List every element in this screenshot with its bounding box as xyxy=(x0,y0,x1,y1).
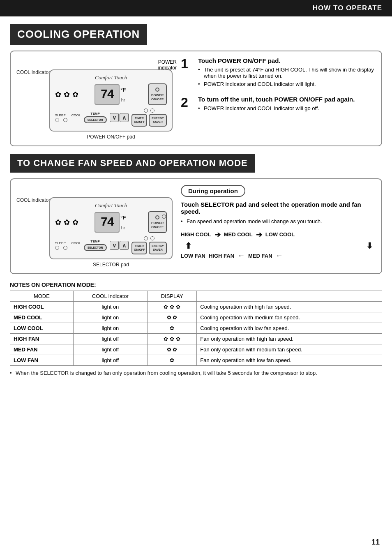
temp-label-area: TEMP SELECTOR xyxy=(84,112,107,123)
power-on-off-label-1: POWER ON/OFF pad xyxy=(49,134,173,140)
low-cool-label: LOW COOL xyxy=(265,231,295,238)
ci-high-cool: light on xyxy=(73,301,147,312)
right-dots-1 xyxy=(144,108,154,113)
cool-dot-2 xyxy=(63,246,67,250)
mode-med-cool: MED COOL xyxy=(10,312,74,323)
display-box-wrapper-2: 74 °F hr xyxy=(95,212,119,233)
timer-energy-area-2: TIMERON/OFF ENERGYSAVER xyxy=(131,236,167,254)
fan-icon-2c: ✿ xyxy=(72,218,78,227)
fi-mf-2: ✿ xyxy=(173,346,177,353)
hr-label-1: hr xyxy=(121,97,125,102)
step-num-1: 1 xyxy=(181,57,192,70)
med-fan-label: MED FAN xyxy=(248,253,272,259)
ac-bottom-row-2: SLEEP COOL TEMP SELECTOR xyxy=(55,236,167,254)
display-temp-1: 74 xyxy=(100,88,113,102)
fan-instructions-col: During operation Touch SELECTOR pad and … xyxy=(181,185,376,262)
sleep-label-2: SLEEP xyxy=(55,241,66,245)
temp-arrows-1: ∨ ∧ xyxy=(110,113,129,122)
disp-med-fan: ✿ ✿ xyxy=(147,344,196,355)
table-row: LOW COOL light on ✿ Cooling operation wi… xyxy=(10,323,382,333)
top-dot-2 xyxy=(162,215,166,219)
temp-label-2: TEMP xyxy=(84,240,107,243)
energy-btn-2[interactable]: ENERGYSAVER xyxy=(149,242,167,254)
step-2: 2 To turn off the unit, touch POWER ON/O… xyxy=(181,96,376,113)
ci-low-cool: light on xyxy=(73,323,147,333)
ac-brand-1: Comfort Touch xyxy=(55,74,167,81)
ac-power-dot-1 xyxy=(155,88,159,92)
fan-section-title: TO CHANGE FAN SPEED AND OPERATION MODE xyxy=(10,154,255,173)
notes-table-head: MODE COOL indicator DISPLAY xyxy=(10,291,382,301)
fan-diagram-col: COOL indicator Comfort Touch ✿ ✿ ✿ xyxy=(16,185,173,268)
sleep-cool-area: SLEEP COOL xyxy=(55,113,81,122)
ac-display-box-2: 74 °F hr xyxy=(95,212,119,233)
fan-icon-1c: ✿ xyxy=(72,90,78,99)
col-cool-indicator: COOL indicator xyxy=(73,291,147,301)
flow-row-2: ← MED FAN ← HIGH FAN LOW FAN xyxy=(181,252,376,260)
mode-high-cool: HIGH COOL xyxy=(10,301,74,312)
fan-icon-2b: ✿ xyxy=(64,218,70,227)
timer-energy-btns-2: TIMERON/OFF ENERGYSAVER xyxy=(131,242,167,254)
flow-arrow-up: ⬆ xyxy=(185,241,192,251)
temp-up-btn-1[interactable]: ∧ xyxy=(120,113,129,122)
disp-high-cool: ✿ ✿ ✿ xyxy=(147,301,196,312)
cooling-section: COOLING OPERATION COOL indicator POWER i… xyxy=(10,24,382,146)
page-number: 11 xyxy=(371,538,380,547)
fi-lc-1: ✿ xyxy=(170,325,174,331)
temp-down-btn-2[interactable]: ∨ xyxy=(110,241,119,250)
fan-icon-1b: ✿ xyxy=(64,90,70,99)
fan-section-box: COOL indicator Comfort Touch ✿ ✿ ✿ xyxy=(10,178,382,274)
rc-dot-1 xyxy=(144,108,148,113)
rc-dot-3 xyxy=(144,236,148,240)
selector-btn-2[interactable]: SELECTOR xyxy=(84,244,107,251)
ac-power-dot-2 xyxy=(155,215,159,219)
power-btn-label-1: POWERON/OFF xyxy=(151,93,164,101)
step-content-2: To turn off the unit, touch POWER ON/OFF… xyxy=(198,96,355,113)
footer-note: When the SELECTOR is changed to fan only… xyxy=(10,370,382,376)
selector-pad-label: SELECTOR pad xyxy=(49,262,173,268)
sleep-dot-2 xyxy=(55,246,59,250)
ci-high-fan: light off xyxy=(73,333,147,344)
temp-arrows-2: ∨ ∧ xyxy=(110,241,129,250)
display-box-wrapper-1: 74 °F hr xyxy=(95,84,119,105)
fan-icon-2a: ✿ xyxy=(55,218,61,227)
cooling-title: COOLING OPERATION xyxy=(10,24,147,45)
step1-bullets: The unit is preset at 74°F and HIGH COOL… xyxy=(198,67,376,87)
col-mode: MODE xyxy=(10,291,74,301)
step-num-2: 2 xyxy=(181,96,192,109)
ac-bottom-row-1: SLEEP COOL TEMP SELECTOR xyxy=(55,108,167,127)
cool-dot-1 xyxy=(63,118,67,122)
mode-high-fan: HIGH FAN xyxy=(10,333,74,344)
notes-table: MODE COOL indicator DISPLAY HIGH COOL li… xyxy=(10,291,382,366)
cooling-instructions-col: 1 Touch POWER ON/OFF pad. The unit is pr… xyxy=(181,57,376,120)
table-row: HIGH COOL light on ✿ ✿ ✿ Cooling operati… xyxy=(10,301,382,312)
ac-power-btn-1[interactable]: POWERON/OFF xyxy=(148,83,167,105)
timer-btn-1[interactable]: TIMERON/OFF xyxy=(131,114,147,127)
step1-bullet-1: The unit is preset at 74°F and HIGH COOL… xyxy=(198,67,376,79)
step2-bullet-1: POWER indicator and COOL indicator will … xyxy=(198,105,355,111)
temp-down-btn-1[interactable]: ∨ xyxy=(110,113,119,122)
step-1: 1 Touch POWER ON/OFF pad. The unit is pr… xyxy=(181,57,376,89)
energy-btn-1[interactable]: ENERGYSAVER xyxy=(149,114,167,127)
cool-label-2: COOL xyxy=(71,241,81,245)
desc-med-fan: Fan only operation with medium fan speed… xyxy=(197,344,382,355)
desc-med-cool: Cooling operation with medium fan speed. xyxy=(197,312,382,323)
disp-high-fan: ✿ ✿ ✿ xyxy=(147,333,196,344)
sleep-cool-labels-2: SLEEP COOL xyxy=(55,241,81,245)
desc-high-fan: Fan only operation with high fan speed. xyxy=(197,333,382,344)
notes-section: NOTES ON OPERATION MODE: MODE COOL indic… xyxy=(10,282,382,376)
timer-btn-2[interactable]: TIMERON/OFF xyxy=(131,242,147,254)
ac-display-box-1: 74 °F hr xyxy=(95,84,119,105)
flow-row-1: HIGH COOL ➔ MED COOL ➔ LOW COOL xyxy=(181,230,376,239)
ac-display-row-1: ✿ ✿ ✿ 74 °F hr xyxy=(55,83,167,105)
selector-btn-1[interactable]: SELECTOR xyxy=(84,116,107,123)
flow-arrow-right-1: ➔ xyxy=(214,230,221,239)
mode-low-fan: LOW FAN xyxy=(10,355,74,365)
desc-low-fan: Fan only operation with low fan speed. xyxy=(197,355,382,365)
ac-fan-icons-2: ✿ ✿ ✿ xyxy=(55,218,78,227)
fi-lf-1: ✿ xyxy=(170,357,174,363)
fan-instructions-heading: Touch SELECTOR pad and select the operat… xyxy=(181,201,376,215)
temp-up-btn-2[interactable]: ∧ xyxy=(120,241,129,250)
fi-hc-3: ✿ xyxy=(176,304,180,310)
cooling-diagram-wrapper: COOL indicator POWER indicator Comfort T… xyxy=(16,57,173,140)
notes-table-body: HIGH COOL light on ✿ ✿ ✿ Cooling operati… xyxy=(10,301,382,365)
